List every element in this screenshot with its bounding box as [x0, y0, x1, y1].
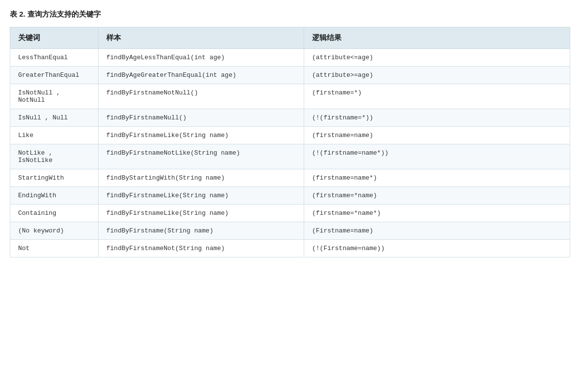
- cell-sample: findByAgeGreaterThanEqual(int age): [98, 67, 304, 84]
- col-header-keyword: 关键词: [10, 27, 98, 49]
- cell-result: (!(firstname=*)): [304, 109, 570, 127]
- cell-result: (firstname=*name): [304, 187, 570, 205]
- cell-sample: findByFirstname(String name): [98, 222, 304, 240]
- cell-keyword: IsNull , Null: [10, 109, 98, 127]
- table-row: IsNull , NullfindByFirstnameNull()(!(fir…: [10, 109, 570, 127]
- col-header-sample: 样本: [98, 27, 304, 49]
- cell-result: (Firstname=name): [304, 222, 570, 240]
- table-row: EndingWithfindByFirstnameLike(String nam…: [10, 187, 570, 205]
- cell-sample: findByFirstnameLike(String name): [98, 205, 304, 222]
- cell-keyword: StartingWith: [10, 169, 98, 187]
- table-row: LessThanEqualfindByAgeLessThanEqual(int …: [10, 49, 570, 67]
- cell-result: (firstname=name): [304, 127, 570, 144]
- table-row: NotLike ,IsNotLikefindByFirstnameNotLike…: [10, 144, 570, 169]
- cell-result: (firstname=*name*): [304, 205, 570, 222]
- table-row: (No keyword)findByFirstname(String name)…: [10, 222, 570, 240]
- cell-keyword: Containing: [10, 205, 98, 222]
- cell-result: (!(firstname=name*)): [304, 144, 570, 169]
- cell-keyword: NotLike ,IsNotLike: [10, 144, 98, 169]
- keywords-table: 关键词 样本 逻辑结果 LessThanEqualfindByAgeLessTh…: [10, 27, 570, 257]
- cell-result: (attribute<=age): [304, 49, 570, 67]
- col-header-result: 逻辑结果: [304, 27, 570, 49]
- table-header-row: 关键词 样本 逻辑结果: [10, 27, 570, 49]
- cell-sample: findByFirstnameNull(): [98, 109, 304, 127]
- cell-keyword: (No keyword): [10, 222, 98, 240]
- cell-keyword: IsNotNull ,NotNull: [10, 84, 98, 109]
- table-row: LikefindByFirstnameLike(String name)(fir…: [10, 127, 570, 144]
- cell-result: (!(Firstname=name)): [304, 240, 570, 257]
- cell-keyword: EndingWith: [10, 187, 98, 205]
- cell-sample: findByFirstnameLike(String name): [98, 127, 304, 144]
- table-row: NotfindByFirstnameNot(String name)(!(Fir…: [10, 240, 570, 257]
- cell-keyword: GreaterThanEqual: [10, 67, 98, 84]
- table-row: StartingWithfindByStartingWith(String na…: [10, 169, 570, 187]
- cell-sample: findByFirstnameNot(String name): [98, 240, 304, 257]
- cell-result: (firstname=name*): [304, 169, 570, 187]
- cell-sample: findByStartingWith(String name): [98, 169, 304, 187]
- cell-sample: findByFirstnameNotLike(String name): [98, 144, 304, 169]
- table-row: IsNotNull ,NotNullfindByFirstnameNotNull…: [10, 84, 570, 109]
- page-title: 表 2. 查询方法支持的关键字: [10, 10, 570, 19]
- cell-result: (attribute>=age): [304, 67, 570, 84]
- cell-sample: findByFirstnameNotNull(): [98, 84, 304, 109]
- cell-keyword: Like: [10, 127, 98, 144]
- cell-keyword: LessThanEqual: [10, 49, 98, 67]
- cell-sample: findByAgeLessThanEqual(int age): [98, 49, 304, 67]
- table-row: ContainingfindByFirstnameLike(String nam…: [10, 205, 570, 222]
- cell-sample: findByFirstnameLike(String name): [98, 187, 304, 205]
- cell-keyword: Not: [10, 240, 98, 257]
- table-row: GreaterThanEqualfindByAgeGreaterThanEqua…: [10, 67, 570, 84]
- cell-result: (firstname=*): [304, 84, 570, 109]
